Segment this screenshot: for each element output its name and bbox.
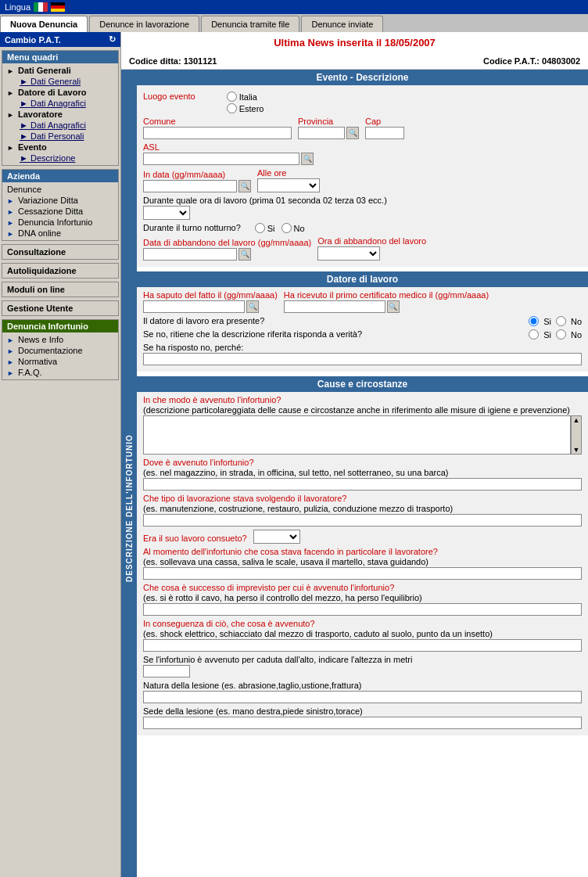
datore-no-radio[interactable] bbox=[556, 316, 566, 326]
datore-si-radio[interactable] bbox=[529, 316, 539, 326]
normativa-link[interactable]: ► Normativa bbox=[2, 356, 118, 367]
natura-lesione-input[interactable] bbox=[143, 691, 582, 703]
ha-ricevuto-label: Ha ricevuto il primo certificato medico … bbox=[284, 290, 489, 300]
ha-ricevuto-search-button[interactable]: 🔍 bbox=[387, 300, 400, 313]
provincia-input[interactable] bbox=[298, 127, 345, 139]
luogo-evento-row: Luogo evento Italia Estero bbox=[143, 92, 582, 113]
tab-denunce-inviate[interactable]: Denunce inviate bbox=[301, 16, 383, 32]
menu-evento-group: ► Evento bbox=[2, 142, 118, 153]
gestione-utente-link[interactable]: Gestione Utente bbox=[2, 303, 118, 314]
ora-abbandono-select[interactable] bbox=[317, 246, 380, 261]
ha-saputo-label: Ha saputo del fatto il (gg/mm/aaaa) bbox=[143, 290, 278, 300]
german-flag-icon[interactable] bbox=[51, 2, 65, 12]
cambio-pat-icon[interactable]: ↻ bbox=[109, 34, 116, 45]
dati-anagrafici-datore-link[interactable]: ► Dati Anagrafici bbox=[20, 99, 86, 108]
durante-ora-row: Durante quale ora di lavoro (prima 01 se… bbox=[143, 196, 582, 220]
in-che-modo-textarea[interactable] bbox=[143, 415, 571, 455]
cessazione-ditta-link[interactable]: ► Cessazione Ditta bbox=[2, 206, 118, 217]
caduta-alto-input[interactable] bbox=[143, 665, 190, 678]
descrizione-link[interactable]: ► Descrizione bbox=[20, 153, 75, 163]
dati-personali-link[interactable]: ► Dati Personali bbox=[20, 131, 84, 141]
denuncia-infortunio-content: ► News e Info ► Documentazione ► Normati… bbox=[2, 332, 118, 379]
menu-dati-anagrafici-datore[interactable]: ► Dati Anagrafici bbox=[2, 98, 118, 109]
estero-radio[interactable] bbox=[227, 103, 237, 113]
autoliquidazione-link[interactable]: Autoliquidazione bbox=[2, 265, 118, 276]
dati-anagrafici-lav-link[interactable]: ► Dati Anagrafici bbox=[20, 120, 86, 130]
evento-section: Evento - Descrizione Luogo evento Italia bbox=[137, 70, 588, 267]
provincia-label: Provincia bbox=[298, 117, 359, 126]
scroll-down-icon[interactable]: ▼ bbox=[573, 446, 580, 454]
dove-avvenuto-label: Dove è avvenuto l'infortunio? bbox=[143, 458, 582, 467]
dati-generali-link[interactable]: ► Dati Generali bbox=[20, 77, 81, 86]
turno-si-radio[interactable] bbox=[255, 223, 265, 233]
in-conseguenza-label: In conseguenza di ciò, che cosa è avvenu… bbox=[143, 619, 582, 628]
dna-online-link[interactable]: ► DNA online bbox=[2, 228, 118, 239]
scroll-up-icon[interactable]: ▲ bbox=[573, 416, 580, 424]
ritiene-si-radio[interactable] bbox=[529, 329, 539, 340]
italian-flag-icon[interactable] bbox=[34, 2, 48, 12]
data-abbandono-label: Data di abbandono del lavoro (gg/mm/aaaa… bbox=[143, 238, 311, 247]
tab-nuova-denuncia[interactable]: Nuova Denuncia bbox=[0, 16, 88, 32]
dove-avvenuto-input[interactable] bbox=[143, 478, 582, 491]
asl-search-button[interactable]: 🔍 bbox=[301, 153, 314, 165]
al-momento-input[interactable] bbox=[143, 567, 582, 580]
data-search-button[interactable]: 🔍 bbox=[238, 180, 251, 192]
ha-saputo-search-button[interactable]: 🔍 bbox=[246, 300, 259, 313]
abbandono-search-button[interactable]: 🔍 bbox=[238, 248, 251, 261]
che-tipo-input[interactable] bbox=[143, 514, 582, 527]
menu-dati-anagrafici-lav[interactable]: ► Dati Anagrafici bbox=[2, 120, 118, 131]
menu-dati-personali[interactable]: ► Dati Personali bbox=[2, 131, 118, 142]
denuncia-infortunio-link[interactable]: ► Denuncia Infortunio bbox=[2, 217, 118, 228]
news-info-link[interactable]: ► News e Info bbox=[2, 334, 118, 345]
in-data-input[interactable] bbox=[143, 180, 237, 192]
cause-section: Cause e circostanze In che modo è avvenu… bbox=[137, 376, 588, 735]
moduli-online-link[interactable]: Moduli on line bbox=[2, 284, 118, 295]
era-lavoro-select[interactable] bbox=[253, 530, 300, 544]
cap-group: Cap bbox=[365, 117, 404, 139]
se-ha-risposto-input[interactable] bbox=[143, 353, 582, 365]
che-cosa-successo-input[interactable] bbox=[143, 603, 582, 616]
data-abbandono-group: Data di abbandono del lavoro (gg/mm/aaaa… bbox=[143, 238, 311, 261]
documentazione-link[interactable]: ► Documentazione bbox=[2, 345, 118, 356]
menu-descrizione[interactable]: ► Descrizione bbox=[2, 153, 118, 164]
provincia-group: Provincia 🔍 bbox=[298, 117, 359, 139]
era-lavoro-row: Era il suo lavoro consueto? bbox=[143, 530, 582, 544]
turno-no-item: No bbox=[281, 223, 305, 233]
durante-ora-select[interactable] bbox=[143, 206, 190, 220]
sede-lesione-label: Sede della lesione (es. mano destra,pied… bbox=[143, 706, 582, 716]
alle-ore-select[interactable] bbox=[257, 178, 320, 192]
cause-section-header: Cause e circostanze bbox=[137, 376, 588, 392]
tab-denunce-lavorazione[interactable]: Denunce in lavorazione bbox=[89, 16, 199, 32]
provincia-search-button[interactable]: 🔍 bbox=[346, 127, 359, 139]
era-lavoro-label: Era il suo lavoro consueto? bbox=[143, 534, 247, 543]
cap-input[interactable] bbox=[365, 127, 404, 139]
autoliquidazione-content: Autoliquidazione bbox=[2, 264, 118, 278]
data-abbandono-input[interactable] bbox=[143, 248, 237, 261]
dove-avvenuto-desc: (es. nel magazzino, in strada, in offici… bbox=[143, 468, 582, 477]
in-conseguenza-input[interactable] bbox=[143, 639, 582, 652]
ha-saputo-input[interactable] bbox=[143, 300, 245, 313]
ora-abbandono-label: Ora di abbandono del lavoro bbox=[317, 236, 426, 246]
che-tipo-desc: (es. manutenzione, costruzione, restauro… bbox=[143, 504, 582, 513]
sede-lesione-input[interactable] bbox=[143, 717, 582, 729]
turno-no-radio[interactable] bbox=[281, 223, 292, 233]
ritiene-no-label: No bbox=[571, 330, 582, 340]
ha-ricevuto-input[interactable] bbox=[284, 300, 385, 313]
ritiene-no-radio[interactable] bbox=[556, 329, 566, 340]
datore-si-label: Si bbox=[543, 317, 551, 326]
variazione-ditta-link[interactable]: ► Variazione Ditta bbox=[2, 195, 118, 206]
consultazione-link[interactable]: Consultazione bbox=[2, 246, 118, 257]
comune-input[interactable] bbox=[143, 127, 292, 139]
menu-dati-generali-link[interactable]: ► Dati Generali bbox=[2, 76, 118, 87]
arrow-icon: ► bbox=[7, 144, 14, 152]
tab-denuncia-file[interactable]: Denuncia tramite file bbox=[201, 16, 299, 32]
menu-dati-generali-group: ► Dati Generali bbox=[2, 65, 118, 76]
comune-group: Comune bbox=[143, 117, 292, 139]
denunce-link[interactable]: Denunce bbox=[2, 184, 118, 195]
asl-input[interactable] bbox=[143, 153, 299, 165]
asl-label: ASL bbox=[143, 142, 582, 152]
italia-radio[interactable] bbox=[227, 92, 237, 102]
in-che-modo-desc: (descrizione particolareggiata delle cau… bbox=[143, 405, 582, 415]
faq-link[interactable]: ► F.A.Q. bbox=[2, 367, 118, 378]
al-momento-desc: (es. sollevava una cassa, saliva le scal… bbox=[143, 557, 582, 566]
